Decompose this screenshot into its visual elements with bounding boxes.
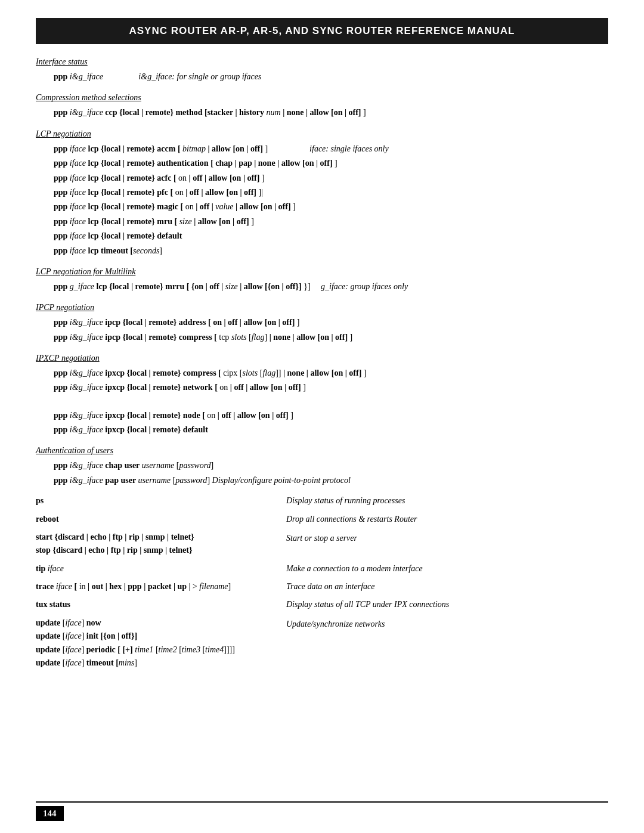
section-ipxcp: IPXCP negotiation xyxy=(36,354,608,363)
cmd-start-stop-right: Start or stop a server xyxy=(286,531,608,545)
cmd-lcp-multilink: ppp g_iface lcp {local | remote} mrru [ … xyxy=(54,280,608,293)
cmd-interface-status: ppp i&g_iface i&g_iface: for single or g… xyxy=(54,70,608,83)
cmd-lcp: ppp iface lcp {local | remote} accm [ bi… xyxy=(54,143,608,258)
cmd-ipxcp: ppp i&g_iface ipxcp {local | remote} com… xyxy=(54,367,608,436)
cmd-trace-left: trace iface [ in | out | hex | ppp | pac… xyxy=(36,580,286,593)
cmd-tip-right: Make a connection to a modem interface xyxy=(286,562,608,575)
cmd-reboot-left: reboot xyxy=(36,513,286,526)
cmd-auth: ppp i&g_iface chap user username [passwo… xyxy=(54,459,608,487)
section-lcp-multilink: LCP negotiation for Multilink xyxy=(36,267,608,277)
page: ASYNC ROUTER AR-P, AR-5, AND SYNC ROUTER… xyxy=(0,0,644,833)
section-compression: Compression method selections xyxy=(36,93,608,103)
cmd-ps-left: ps xyxy=(36,494,286,507)
cmd-reboot-right: Drop all connections & restarts Router xyxy=(286,513,608,526)
cmd-update-left: update [iface] now update [iface] init [… xyxy=(36,617,286,670)
cmd-row-trace: trace iface [ in | out | hex | ppp | pac… xyxy=(36,580,608,593)
cmd-ps-right: Display status of running processes xyxy=(286,494,608,507)
cmd-ipcp: ppp i&g_iface ipcp {local | remote} addr… xyxy=(54,316,608,344)
cmd-tip-left: tip iface xyxy=(36,562,286,575)
page-title: ASYNC ROUTER AR-P, AR-5, AND SYNC ROUTER… xyxy=(36,18,608,44)
cmd-tux-right: Display status of all TCP under IPX conn… xyxy=(286,598,608,611)
cmd-update-right: Update/synchronize networks xyxy=(286,617,608,631)
cmd-row-start-stop: start {discard | echo | ftp | rip | snmp… xyxy=(36,531,608,558)
cmd-row-reboot: reboot Drop all connections & restarts R… xyxy=(36,513,608,526)
section-auth: Authentication of users xyxy=(36,446,608,456)
cmd-trace-right: Trace data on an interface xyxy=(286,580,608,593)
cmd-row-tip: tip iface Make a connection to a modem i… xyxy=(36,562,608,575)
cmd-start-stop-left: start {discard | echo | ftp | rip | snmp… xyxy=(36,531,286,558)
cmd-compression: ppp i&g_iface ccp {local | remote} metho… xyxy=(54,106,608,119)
cmd-tux-left: tux status xyxy=(36,598,286,611)
section-interface-status: Interface status xyxy=(36,57,608,67)
section-lcp: LCP negotiation xyxy=(36,129,608,139)
section-ipcp: IPCP negotiation xyxy=(36,303,608,312)
page-number: 144 xyxy=(36,806,64,821)
cmd-row-update: update [iface] now update [iface] init [… xyxy=(36,617,608,670)
cmd-row-tux: tux status Display status of all TCP und… xyxy=(36,598,608,611)
cmd-row-ps: ps Display status of running processes xyxy=(36,494,608,507)
